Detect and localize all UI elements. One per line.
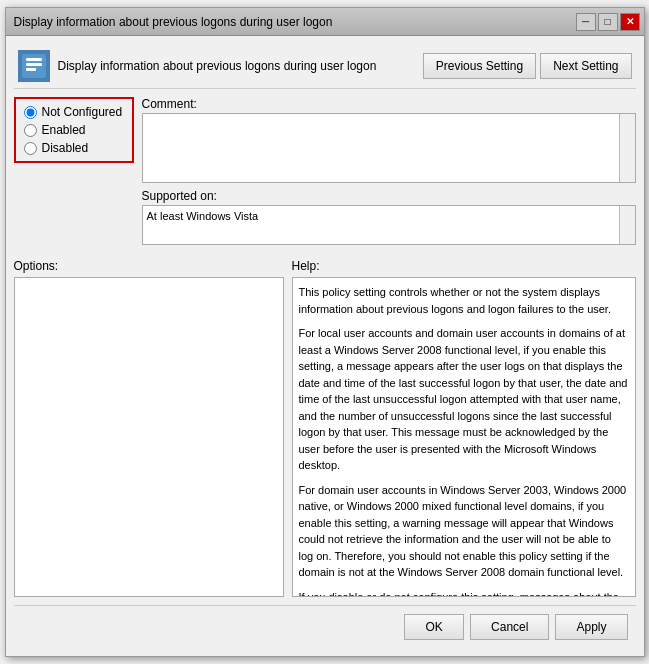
help-panel: Help: This policy setting controls wheth… bbox=[292, 259, 636, 597]
radio-not-configured-input[interactable] bbox=[24, 106, 37, 119]
close-button[interactable]: ✕ bbox=[620, 13, 640, 31]
header-left: Display information about previous logon… bbox=[18, 50, 423, 82]
supported-wrapper: At least Windows Vista bbox=[142, 205, 636, 245]
minimize-button[interactable]: ─ bbox=[576, 13, 596, 31]
comment-textarea[interactable] bbox=[143, 114, 619, 182]
supported-group: Supported on: At least Windows Vista bbox=[142, 189, 636, 245]
next-setting-button[interactable]: Next Setting bbox=[540, 53, 631, 79]
radio-enabled-input[interactable] bbox=[24, 124, 37, 137]
comment-wrapper bbox=[142, 113, 636, 183]
title-bar-controls: ─ □ ✕ bbox=[576, 13, 640, 31]
supported-value: At least Windows Vista bbox=[143, 206, 619, 226]
radio-disabled-input[interactable] bbox=[24, 142, 37, 155]
header-title: Display information about previous logon… bbox=[58, 59, 423, 73]
content-area: Display information about previous logon… bbox=[6, 36, 644, 656]
apply-button[interactable]: Apply bbox=[555, 614, 627, 640]
svg-rect-3 bbox=[26, 68, 36, 71]
prev-setting-button[interactable]: Previous Setting bbox=[423, 53, 536, 79]
radio-not-configured[interactable]: Not Configured bbox=[24, 105, 124, 119]
svg-rect-2 bbox=[26, 63, 42, 66]
options-box bbox=[14, 277, 284, 597]
options-title: Options: bbox=[14, 259, 284, 273]
comment-scrollbar[interactable] bbox=[619, 114, 635, 182]
help-title: Help: bbox=[292, 259, 636, 273]
header-section: Display information about previous logon… bbox=[14, 44, 636, 89]
radio-not-configured-label: Not Configured bbox=[42, 105, 123, 119]
supported-scrollbar[interactable] bbox=[619, 206, 635, 244]
radio-section: Not Configured Enabled Disabled bbox=[14, 97, 134, 163]
radio-disabled[interactable]: Disabled bbox=[24, 141, 124, 155]
main-panels: Options: Help: This policy setting contr… bbox=[14, 259, 636, 597]
maximize-button[interactable]: □ bbox=[598, 13, 618, 31]
footer-section: OK Cancel Apply bbox=[14, 605, 636, 648]
middle-section: Not Configured Enabled Disabled Comment: bbox=[14, 97, 636, 251]
title-bar: Display information about previous logon… bbox=[6, 8, 644, 36]
options-panel: Options: bbox=[14, 259, 284, 597]
radio-disabled-label: Disabled bbox=[42, 141, 89, 155]
radio-enabled[interactable]: Enabled bbox=[24, 123, 124, 137]
policy-icon bbox=[18, 50, 50, 82]
svg-rect-1 bbox=[26, 58, 42, 61]
cancel-button[interactable]: Cancel bbox=[470, 614, 549, 640]
comment-label: Comment: bbox=[142, 97, 636, 111]
supported-label: Supported on: bbox=[142, 189, 636, 203]
right-col: Comment: Supported on: At least Windows … bbox=[142, 97, 636, 251]
header-buttons: Previous Setting Next Setting bbox=[423, 53, 632, 79]
radio-enabled-label: Enabled bbox=[42, 123, 86, 137]
help-box[interactable]: This policy setting controls whether or … bbox=[292, 277, 636, 597]
main-window: Display information about previous logon… bbox=[5, 7, 645, 657]
ok-button[interactable]: OK bbox=[404, 614, 464, 640]
window-title: Display information about previous logon… bbox=[14, 15, 333, 29]
left-col: Not Configured Enabled Disabled bbox=[14, 97, 134, 251]
comment-group: Comment: bbox=[142, 97, 636, 183]
